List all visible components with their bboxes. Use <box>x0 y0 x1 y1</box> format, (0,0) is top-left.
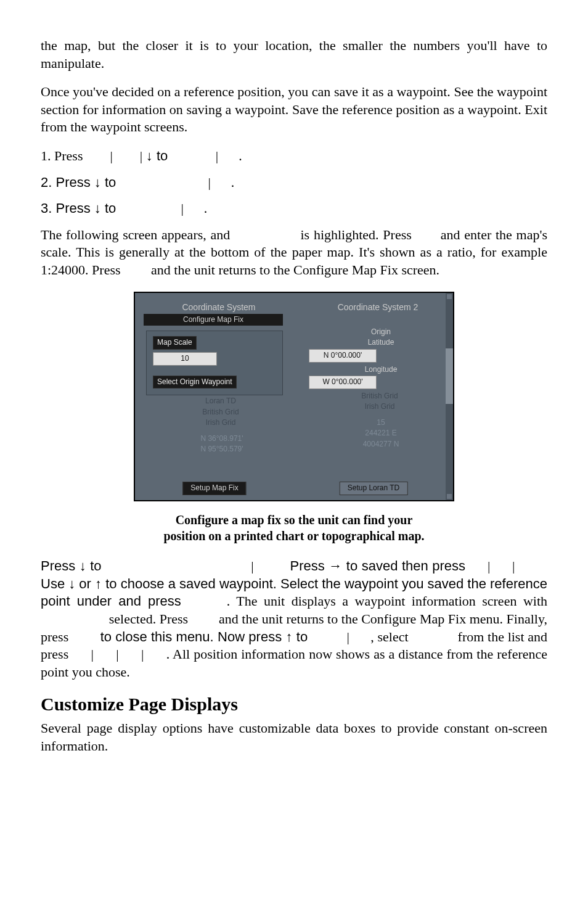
caption-line-1: Configure a map fix so the unit can find… <box>176 513 413 527</box>
pipe: | <box>347 629 349 644</box>
fig-col1-header: Coordinate System <box>144 302 294 313</box>
p4a: Press ↓ to <box>41 558 105 574</box>
body-paragraph-5: Several page display options have custom… <box>41 720 547 755</box>
figure-right-panel: Coordinate System 2 Origin Latitude N 0°… <box>294 293 453 500</box>
figure-container: Coordinate System Configure Map Fix Map … <box>41 292 547 506</box>
pipe: | <box>488 558 490 574</box>
p4g: to close this menu. Now press ↑ to <box>100 629 312 644</box>
fig-left-section: Map Scale 10 Select Origin Waypoint <box>146 331 283 395</box>
select-origin-waypoint-label[interactable]: Select Origin Waypoint <box>153 376 237 389</box>
configure-map-fix-screenshot: Coordinate System Configure Map Fix Map … <box>134 292 454 501</box>
ghost-loran-td: Loran TD <box>147 397 294 406</box>
step-1: 1. Press | | ↓ to | . <box>41 147 547 165</box>
period: . <box>231 175 235 190</box>
body-paragraph-1: the map, but the closer it is to your lo… <box>41 37 547 72</box>
fig-col2-header: Coordinate System 2 <box>303 302 453 313</box>
pipe: | <box>140 148 142 163</box>
pipe: | <box>91 646 94 662</box>
figure-caption: Configure a map fix so the unit can find… <box>41 512 547 544</box>
latitude-label: Latitude <box>309 338 453 348</box>
ghost-coord-1: N 36°08.971' <box>150 434 294 444</box>
pipe: | <box>512 558 515 574</box>
scrollbar[interactable] <box>446 293 453 500</box>
longitude-label: Longitude <box>309 365 453 375</box>
ghost-r-british: British Grid <box>306 392 453 401</box>
longitude-field[interactable]: W 0°00.000' <box>309 376 377 389</box>
step-2: 2. Press ↓ to | . <box>41 174 547 192</box>
p4h: , select <box>370 629 412 644</box>
origin-label: Origin <box>309 327 453 337</box>
pipe: | <box>141 646 144 662</box>
period: . <box>239 148 242 163</box>
pipe: | <box>216 148 218 163</box>
ghost-r-irish: Irish Grid <box>306 402 453 412</box>
p4d: . The unit displays a waypoint informati… <box>227 593 547 609</box>
body-paragraph-2: Once you've decided on a reference posit… <box>41 83 547 136</box>
section-heading-customize: Customize Page Displays <box>41 692 547 716</box>
pipe: | <box>110 148 112 163</box>
step-3: 3. Press ↓ to | . <box>41 200 547 218</box>
step3-a: 3. Press ↓ to <box>41 200 120 216</box>
p4b: Press → to saved then press <box>290 558 470 574</box>
step1-a: 1. Press <box>41 148 86 163</box>
figure-left-panel: Coordinate System Configure Map Fix Map … <box>135 293 294 500</box>
setup-map-fix-button[interactable]: Setup Map Fix <box>182 482 246 495</box>
setup-loran-td-button[interactable]: Setup Loran TD <box>340 482 408 495</box>
p3b: is highlighted. Press <box>301 227 416 242</box>
step2-a: 2. Press ↓ to <box>41 175 120 190</box>
step1-b: ↓ to <box>146 148 172 163</box>
fig-col1-subheader: Configure Map Fix <box>144 314 283 326</box>
latitude-field[interactable]: N 0°00.000' <box>309 349 377 363</box>
ghost-r-15: 15 <box>309 418 453 428</box>
scrollbar-thumb[interactable] <box>446 348 453 404</box>
ghost-irish-grid: Irish Grid <box>147 418 294 428</box>
period: . <box>204 200 208 216</box>
p3a: The following screen appears, and <box>41 227 234 242</box>
pipe: | <box>208 175 210 190</box>
ghost-coord-2: N 95°50.579' <box>150 445 294 454</box>
ghost-r-e: 244221 E <box>309 429 453 438</box>
pipe: | <box>116 646 118 662</box>
pipe: | <box>251 558 253 574</box>
body-paragraph-3: The following screen appears, and is hig… <box>41 226 547 279</box>
ghost-british-grid: British Grid <box>147 408 294 417</box>
pipe: | <box>181 200 183 216</box>
ghost-r-n: 4004277 N <box>309 440 453 450</box>
map-scale-input[interactable]: 10 <box>153 352 217 366</box>
p3d: and the unit returns to the Configure Ma… <box>151 262 439 278</box>
caption-line-2: position on a printed chart or topograph… <box>164 529 425 543</box>
p4e: selected. Press <box>109 611 192 627</box>
body-paragraph-4: Press ↓ to | Press → to saved then press… <box>41 557 547 681</box>
map-scale-label[interactable]: Map Scale <box>153 336 197 350</box>
